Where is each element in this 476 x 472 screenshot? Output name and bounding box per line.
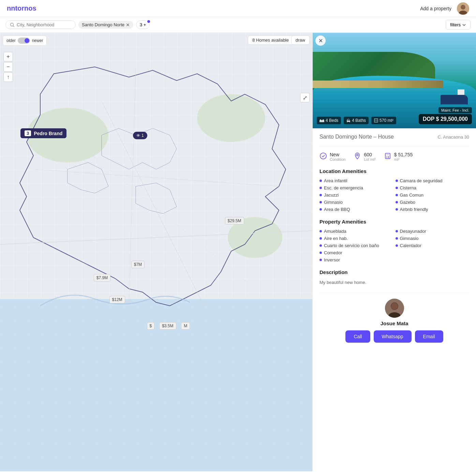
lot-stat: 600 Lot mt² <box>354 152 375 161</box>
property-amenity-left-0: Amueblada <box>319 229 393 234</box>
location-amenity-right-2: Gas Comun <box>396 192 470 198</box>
svg-rect-15 <box>320 119 321 120</box>
age-toggle-thumb <box>25 38 29 43</box>
area-icon <box>374 118 378 123</box>
property-amenity-right-1: Gimnasio <box>396 236 470 241</box>
price-per-mt-stat: $ 51,755 mt² <box>384 152 413 161</box>
fullscreen-button[interactable]: ⤢ <box>300 93 310 102</box>
property-specs: 4 Beds 4 Baths <box>317 117 396 124</box>
zoom-out-button[interactable]: − <box>3 62 13 72</box>
condition-stat: New Condition <box>319 152 345 161</box>
property-amenities-title: Property Amenities <box>319 219 469 225</box>
bed-icon <box>319 119 324 122</box>
location-amenity-right-4: Airbnb friendly <box>396 207 470 212</box>
property-amenity-left-3: Comedor <box>319 250 393 255</box>
map-controls: + − ↑ <box>3 52 13 82</box>
header-right: Add a property <box>420 2 469 15</box>
whatsapp-button[interactable]: Whatsapp <box>374 330 412 343</box>
location-amenity-left-3: Gimnasio <box>319 200 393 205</box>
ship-shape <box>441 95 468 104</box>
filters-button[interactable]: filters <box>446 20 471 30</box>
location-pin-icon <box>354 152 361 161</box>
svg-rect-16 <box>323 119 324 120</box>
price-overlay: DOP $ 29,500,000 <box>419 114 472 124</box>
avatar[interactable] <box>457 2 469 15</box>
chevron-down-icon <box>462 23 466 27</box>
property-stats: New Condition 600 Lot mt² <box>319 152 469 161</box>
rooms-filter[interactable]: 3 + <box>136 20 150 29</box>
search-bar: Santo Domingo Norte ✕ 3 + filters <box>0 17 476 33</box>
price-marker-3_5m[interactable]: $3.5M <box>159 322 176 330</box>
header: nntornos Add a property <box>0 0 476 17</box>
svg-point-24 <box>357 154 358 156</box>
age-older-label: older <box>6 38 16 43</box>
right-panel: ✕ 4 Beds <box>312 33 476 471</box>
svg-line-18 <box>347 122 347 123</box>
property-amenity-left-2: Cuarto de servicio con baño <box>319 243 393 248</box>
svg-rect-26 <box>386 154 389 155</box>
compass-button[interactable]: ↑ <box>3 72 13 82</box>
coast-line <box>313 81 443 88</box>
add-property-link[interactable]: Add a property <box>420 6 451 11</box>
property-amenity-right-2: Calentador <box>396 243 470 248</box>
zoom-in-button[interactable]: + <box>3 52 13 61</box>
search-input[interactable] <box>17 22 71 27</box>
calculator-icon <box>384 152 391 161</box>
logo: nntornos <box>7 4 36 12</box>
property-address: C. Anacaona 30 <box>437 134 469 140</box>
svg-point-3 <box>11 23 14 26</box>
price-marker-small2[interactable]: M <box>181 322 190 330</box>
price-marker-7_9m[interactable]: $7.9M <box>94 274 110 282</box>
svg-point-34 <box>391 303 398 310</box>
description-text: My beautiful new home. <box>319 279 469 286</box>
svg-point-23 <box>320 153 326 159</box>
property-amenities-grid: AmuebladaDesayunadorAire en hab.Gimnasio… <box>319 229 469 262</box>
location-filter-tag[interactable]: Santo Domingo Norte ✕ <box>78 21 133 29</box>
agent-avatar <box>385 299 404 318</box>
search-input-wrap[interactable] <box>5 20 76 29</box>
age-toggle-track[interactable] <box>18 38 30 44</box>
homes-available-badge: 8 Homes available <box>248 35 293 45</box>
area-badge: 570 mt² <box>371 117 396 124</box>
map-panel[interactable]: older newer 8 Homes available draw + − ↑… <box>0 33 312 471</box>
remove-filter-button[interactable]: ✕ <box>126 23 130 27</box>
location-amenities-title: Location Amenities <box>319 168 469 174</box>
property-title: Santo Domingo Norte – House <box>319 134 394 140</box>
agent-section: Josue Mata Call Whatsapp Email <box>319 293 469 348</box>
divider-1 <box>319 146 469 146</box>
age-toggle[interactable]: older newer <box>3 35 47 46</box>
location-amenity-left-0: Area infantil <box>319 178 393 183</box>
location-amenities-grid: Area infantilCamara de seguridadEsc. de … <box>319 178 469 212</box>
property-amenity-left-1: Aire en hab. <box>319 236 393 241</box>
location-amenity-left-1: Esc. de emergencia <box>319 185 393 190</box>
location-amenity-right-3: Gazebo <box>396 200 470 205</box>
property-amenity-left-4: Inversor <box>319 257 393 262</box>
price-marker-7m[interactable]: $7M <box>131 261 145 268</box>
draw-button[interactable]: draw <box>291 35 310 45</box>
hidden-cluster-marker[interactable]: 👁 1 <box>133 132 147 139</box>
price-marker-small1[interactable]: $ <box>147 322 155 330</box>
beds-badge: 4 Beds <box>317 117 341 124</box>
description-title: Description <box>319 269 469 275</box>
location-amenity-left-4: Area de BBQ <box>319 207 393 212</box>
location-amenity-right-1: Cisterna <box>396 185 470 190</box>
svg-line-19 <box>349 122 350 123</box>
price-marker-12m[interactable]: $12M <box>109 296 125 303</box>
main-layout: older newer 8 Homes available draw + − ↑… <box>0 33 476 471</box>
age-newer-label: newer <box>32 38 43 43</box>
location-amenity-left-2: Jacuzzi <box>319 192 393 198</box>
property-image: 4 Beds 4 Baths <box>313 33 476 128</box>
property-amenity-right-0: Desayunador <box>396 229 470 234</box>
contact-buttons: Call Whatsapp Email <box>345 330 443 343</box>
search-icon <box>10 23 15 27</box>
bath-icon <box>346 118 351 123</box>
price-marker-29_5m[interactable]: $29.5M <box>225 217 244 225</box>
call-button[interactable]: Call <box>345 330 370 343</box>
close-panel-button[interactable]: ✕ <box>315 35 326 46</box>
rooms-filter-dot <box>147 20 150 23</box>
pedro-brand-marker[interactable]: 3 Pedro Brand <box>20 128 66 138</box>
location-amenity-right-0: Camara de seguridad <box>396 178 470 183</box>
svg-point-1 <box>461 5 465 10</box>
condition-icon <box>319 152 327 161</box>
email-button[interactable]: Email <box>415 330 443 343</box>
